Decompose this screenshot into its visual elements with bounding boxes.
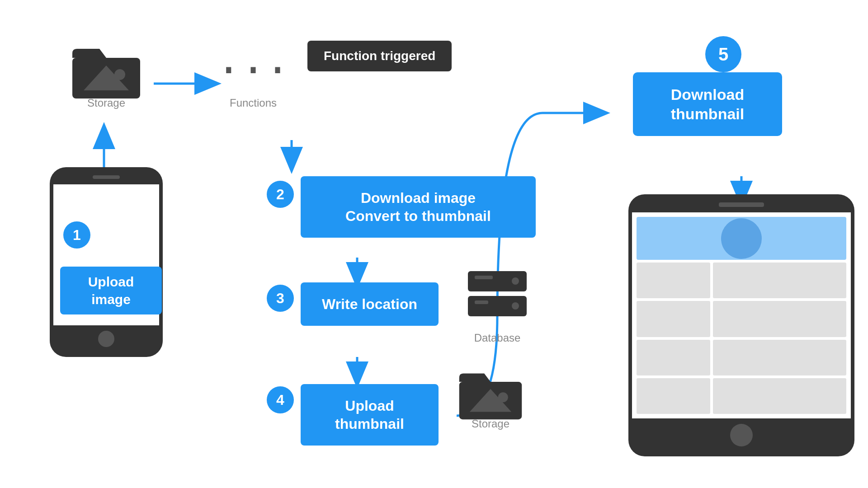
grid-cell xyxy=(637,263,710,298)
grid-cell xyxy=(637,340,710,375)
svg-point-12 xyxy=(512,277,519,285)
grid-cell xyxy=(637,378,710,414)
step3-button: Write location xyxy=(301,282,439,326)
step1-circle: 1 xyxy=(63,221,90,249)
storage-label-right-center: Storage xyxy=(457,418,524,430)
storage-label-left: Storage xyxy=(70,97,142,109)
step2-circle: 2 xyxy=(267,181,294,208)
right-phone xyxy=(628,194,854,456)
storage-icon-left: Storage xyxy=(70,41,142,114)
phone-speaker-right xyxy=(719,202,764,207)
functions-icon: {···} Functions xyxy=(217,36,289,109)
grid-cell xyxy=(637,301,710,337)
svg-point-8 xyxy=(114,69,125,80)
grid-cell xyxy=(713,378,846,414)
step1-button: Upload image xyxy=(60,267,162,314)
phone-home-left xyxy=(98,331,114,347)
svg-point-15 xyxy=(512,302,519,310)
svg-point-18 xyxy=(498,392,508,402)
step3-circle: 3 xyxy=(267,285,294,312)
grid-cell xyxy=(713,301,846,337)
screen-avatar xyxy=(721,218,762,259)
step2-label: Download imageConvert to thumbnail xyxy=(345,190,491,224)
screen-image-area xyxy=(637,217,846,260)
database-label: Database xyxy=(461,332,533,344)
svg-rect-11 xyxy=(475,276,493,279)
step4-button: Upload thumbnail xyxy=(301,384,439,446)
grid-cell xyxy=(713,340,846,375)
diagram: 1 Upload image Storage {···} Functions F… xyxy=(0,0,868,488)
functions-svg: {···} xyxy=(219,36,287,104)
step5-circle: 5 xyxy=(705,36,741,72)
storage-icon-right-center: Storage xyxy=(457,366,524,435)
phone-screen-right xyxy=(632,212,851,418)
grid-cell xyxy=(713,263,846,298)
step2-button: Download imageConvert to thumbnail xyxy=(301,176,536,238)
phone-speaker-left xyxy=(93,175,120,179)
folder-svg-left xyxy=(70,41,142,99)
function-triggered-badge: Function triggered xyxy=(307,41,452,71)
svg-text:{···}: {···} xyxy=(219,47,287,94)
step4-circle: 4 xyxy=(267,386,294,413)
step5-button: Download thumbnail xyxy=(633,72,782,136)
database-svg xyxy=(463,267,531,330)
phone-home-right xyxy=(730,424,753,446)
database-icon: Database xyxy=(461,267,533,344)
svg-rect-14 xyxy=(475,300,488,304)
folder-svg-right xyxy=(457,366,524,420)
left-phone xyxy=(50,167,163,357)
